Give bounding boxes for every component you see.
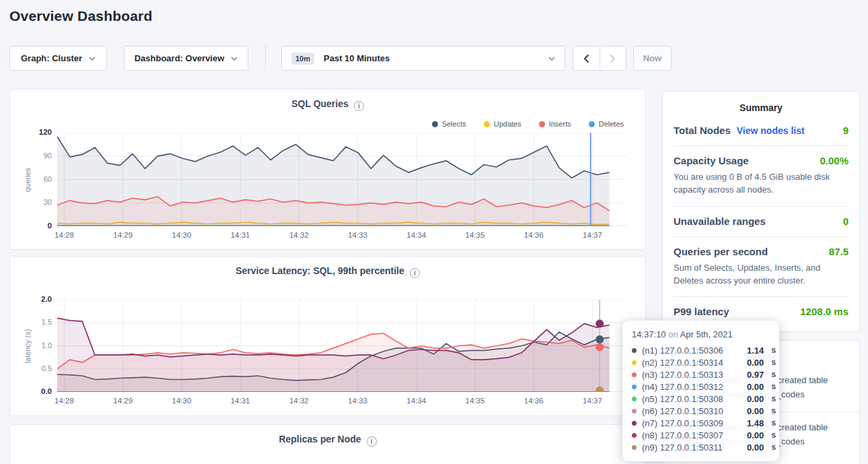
x-tick-label: 14:31 xyxy=(223,231,258,239)
summary-item: Queries per second87.5Sum of Selects, Up… xyxy=(674,236,848,297)
x-tick-label: 14:33 xyxy=(340,397,375,405)
x-tick-label: 14:32 xyxy=(281,397,316,405)
x-tick-label: 14:28 xyxy=(46,231,81,239)
legend-dot xyxy=(589,121,595,127)
tooltip-node-label: (n9) 127.0.0.1:50311 xyxy=(642,442,742,453)
y-tick-label: 1.0 xyxy=(10,341,52,350)
x-tick-label: 14:31 xyxy=(223,397,258,405)
replicas-per-node-chart-title: Replicas per Node xyxy=(279,434,361,444)
tooltip-series-dot xyxy=(632,433,637,438)
info-icon[interactable]: i xyxy=(410,268,420,278)
tooltip-row: (n3) 127.0.0.1:503130.97s xyxy=(632,368,770,380)
tooltip-node-value: 0.00 xyxy=(747,394,764,404)
x-tick-label: 14:35 xyxy=(458,397,493,405)
legend-label: Selects xyxy=(442,120,466,128)
summary-item-label: P99 latency xyxy=(674,306,729,317)
summary-heading: Summary xyxy=(663,92,859,116)
summary-item-value: 1208.0 ms xyxy=(800,306,848,317)
chart-title-row: SQL Queriesi xyxy=(10,98,645,111)
tooltip-series-dot xyxy=(632,360,637,365)
summary-item-row: Queries per second87.5 xyxy=(674,246,848,257)
summary-item-value: 0 xyxy=(843,216,848,227)
summary-item-row: Capacity Usage0.00% xyxy=(674,155,848,166)
legend-label: Updates xyxy=(494,120,521,128)
legend-item-inserts[interactable]: Inserts xyxy=(539,120,571,128)
chart-title-row: Service Latency: SQL, 99th percentilei xyxy=(10,265,645,278)
tooltip-node-unit: s xyxy=(771,345,776,355)
tooltip-row: (n9) 127.0.0.1:503110.00s xyxy=(632,441,770,453)
summary-item-value: 0.00% xyxy=(820,155,848,166)
tooltip-timestamp: 14:37:10 on Apr 5th, 2021 xyxy=(632,329,770,339)
tooltip-row: (n8) 127.0.0.1:503070.00s xyxy=(632,429,770,441)
x-tick-label: 14:37 xyxy=(575,231,610,239)
sql-queries-legend: SelectsUpdatesInsertsDeletes xyxy=(432,120,624,128)
info-icon[interactable]: i xyxy=(354,101,364,111)
tooltip-node-label: (n3) 127.0.0.1:50313 xyxy=(642,370,742,380)
tooltip-node-label: (n6) 127.0.0.1:50310 xyxy=(642,406,742,416)
chevron-right-icon xyxy=(610,54,616,63)
summary-item-row: P99 latency1208.0 ms xyxy=(674,306,848,317)
chart-title-row: Replicas per Nodei xyxy=(10,434,645,446)
tooltip-series-dot xyxy=(632,445,637,450)
sql-queries-plot[interactable] xyxy=(57,133,626,226)
summary-item: Total NodesView nodes list9 xyxy=(674,116,848,145)
dashboard-dropdown[interactable]: Dashboard: Overview xyxy=(124,46,248,71)
time-range-dropdown[interactable]: 10m Past 10 Minutes xyxy=(281,46,565,71)
x-tick-label: 14:29 xyxy=(106,231,141,239)
time-range-label: Past 10 Minutes xyxy=(324,53,390,63)
summary-item-description: Sum of Selects, Updates, Inserts, and De… xyxy=(674,262,848,288)
tooltip-series-dot xyxy=(632,348,637,353)
service-latency-chart-card: Service Latency: SQL, 99th percentilei l… xyxy=(9,256,646,416)
tooltip-node-value: 0.00 xyxy=(747,442,764,453)
tooltip-series-dot xyxy=(632,397,637,401)
tooltip-node-value: 0.00 xyxy=(747,382,764,392)
tooltip-series-dot xyxy=(632,385,637,389)
chevron-down-icon xyxy=(548,57,555,61)
summary-item-row: Total NodesView nodes list9 xyxy=(674,125,848,136)
legend-label: Deletes xyxy=(599,120,624,128)
tooltip-node-unit: s xyxy=(771,394,776,403)
tooltip-node-label: (n4) 127.0.0.1:50312 xyxy=(642,382,742,392)
tooltip-node-value: 1.48 xyxy=(747,418,764,428)
x-tick-label: 14:30 xyxy=(164,397,199,405)
tooltip-node-label: (n5) 127.0.0.1:50308 xyxy=(642,394,742,404)
tooltip-node-value: 0.97 xyxy=(747,370,764,380)
summary-item-value: 9 xyxy=(843,125,848,136)
time-next-button[interactable] xyxy=(600,46,626,70)
summary-item-label: Capacity Usage xyxy=(674,155,749,166)
y-tick-label: 0.0 xyxy=(10,387,52,395)
y-tick-label: 120 xyxy=(10,128,52,136)
y-tick-label: 1.5 xyxy=(10,318,52,326)
graph-scope-dropdown[interactable]: Graph: Cluster xyxy=(9,46,107,71)
view-nodes-list-link[interactable]: View nodes list xyxy=(737,125,805,136)
tooltip-node-unit: s xyxy=(771,358,776,367)
tooltip-row: (n6) 127.0.0.1:503100.00s xyxy=(632,405,770,417)
tooltip-node-unit: s xyxy=(771,418,776,428)
tooltip-node-label: (n8) 127.0.0.1:50307 xyxy=(642,430,742,440)
legend-dot xyxy=(432,121,438,127)
now-button[interactable]: Now xyxy=(633,46,672,71)
tooltip-node-value: 0.00 xyxy=(747,430,764,440)
tooltip-series-dot xyxy=(632,409,637,413)
tooltip-node-label: (n2) 127.0.0.1:50314 xyxy=(642,358,742,368)
legend-label: Inserts xyxy=(549,120,571,128)
tooltip-row: (n5) 127.0.0.1:503080.00s xyxy=(632,393,770,405)
legend-item-selects[interactable]: Selects xyxy=(432,120,466,128)
legend-item-updates[interactable]: Updates xyxy=(484,120,521,128)
time-step-buttons xyxy=(573,46,626,71)
x-tick-label: 14:35 xyxy=(458,231,493,239)
y-tick-label: 30 xyxy=(10,198,52,206)
summary-item-label: Queries per second xyxy=(674,246,768,257)
y-tick-label: 0 xyxy=(10,222,52,230)
summary-item-label: Unavailable ranges xyxy=(674,216,766,227)
tooltip-node-value: 0.00 xyxy=(747,358,764,368)
x-tick-label: 14:30 xyxy=(164,231,199,239)
service-latency-plot[interactable] xyxy=(57,300,626,392)
sql-queries-chart-card: SQL Queriesi SelectsUpdatesInsertsDelete… xyxy=(9,89,646,250)
time-prev-button[interactable] xyxy=(573,46,600,70)
x-tick-label: 14:28 xyxy=(46,397,81,405)
tooltip-node-unit: s xyxy=(771,406,776,416)
legend-item-deletes[interactable]: Deletes xyxy=(589,120,624,128)
summary-item-label: Total Nodes xyxy=(674,125,731,136)
info-icon[interactable]: i xyxy=(367,436,377,446)
